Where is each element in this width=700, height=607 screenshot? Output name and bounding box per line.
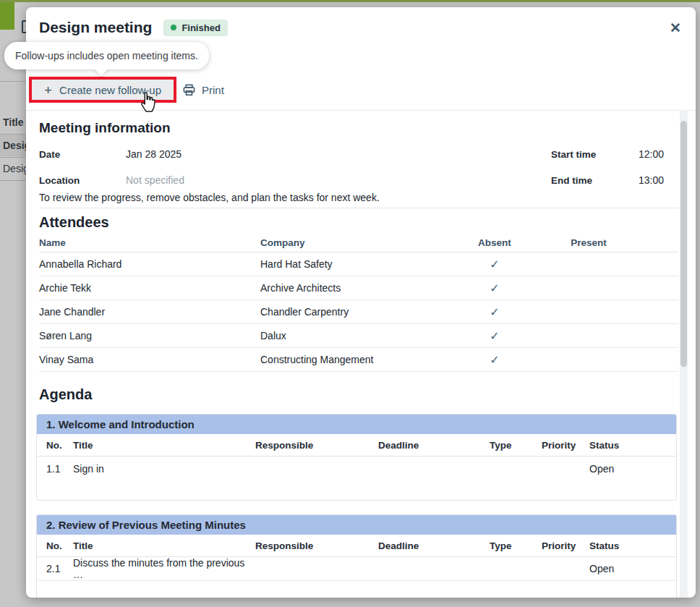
column-header-present: Present	[545, 237, 632, 252]
check-icon: ✓	[444, 305, 545, 319]
check-icon: ✓	[444, 329, 545, 343]
end-time-label: End time	[551, 175, 639, 186]
date-label: Date	[39, 149, 126, 160]
attendee-row: Jane Chandler Chandler Carpentry ✓	[39, 300, 678, 324]
attendee-name: Archie Tekk	[39, 282, 260, 294]
column-header-title: Title	[73, 440, 255, 451]
column-header-deadline: Deadline	[378, 440, 490, 451]
plus-icon: +	[44, 83, 52, 97]
divider	[39, 208, 678, 208]
attendee-name: Jane Chandler	[39, 306, 260, 318]
scrollbar[interactable]	[680, 110, 688, 598]
agenda-item-status: Open	[589, 463, 676, 475]
divider	[0, 81, 29, 82]
divider	[0, 134, 29, 135]
close-icon: ✕	[670, 20, 681, 35]
attendee-company: Archive Architects	[260, 282, 444, 294]
column-header-status: Status	[589, 540, 676, 551]
column-header-status: Status	[589, 440, 676, 451]
close-button[interactable]: ✕	[668, 20, 683, 36]
dialog-scroll-content: Meeting information Date Jan 28 2025 Sta…	[26, 111, 696, 598]
attendee-company: Hard Hat Safety	[260, 258, 444, 270]
location-value: Not specified	[126, 174, 551, 186]
attendee-row: Archie Tekk Archive Architects ✓	[39, 276, 678, 300]
app-logo	[0, 2, 14, 30]
agenda-section-card: 1. Welcome and Introduction No. Title Re…	[36, 414, 677, 501]
end-time-value: 13:00	[639, 174, 664, 186]
agenda-item-row: 1.1 Sign in Open	[37, 457, 676, 480]
dialog-title: Design meeting	[39, 19, 152, 36]
cursor-pointer-icon	[136, 87, 159, 116]
attendee-row: Vinay Sama Constructing Mangement ✓	[39, 348, 678, 372]
attendee-name: Annabella Richard	[39, 258, 260, 270]
agenda-heading: Agenda	[39, 385, 678, 404]
column-header-absent: Absent	[444, 237, 545, 252]
agenda-table-header: No. Title Responsible Deadline Type Prio…	[37, 434, 676, 457]
agenda-item-no: 2.1	[46, 563, 73, 574]
column-header-responsible: Responsible	[255, 440, 378, 451]
date-value: Jan 28 2025	[126, 148, 551, 160]
print-button-label: Print	[202, 84, 224, 96]
background-row-label: Desig	[3, 163, 29, 174]
meeting-description: To review the progress, remove obstacles…	[39, 192, 678, 206]
tooltip-text: Follow-ups includes open meeting items.	[15, 50, 198, 61]
attendees-table-header: Name Company Absent Present	[39, 237, 678, 252]
tooltip: Follow-ups includes open meeting items.	[4, 42, 209, 69]
check-icon: ✓	[444, 281, 545, 295]
column-header-no: No.	[46, 440, 73, 451]
meeting-information-heading: Meeting information	[39, 119, 678, 137]
scrollbar-thumb[interactable]	[680, 121, 687, 367]
column-header-deadline: Deadline	[378, 540, 490, 551]
agenda-section-title: 1. Welcome and Introduction	[37, 415, 676, 434]
agenda-item-title: Sign in	[73, 463, 255, 475]
column-header-type: Type	[490, 540, 542, 551]
start-time-value: 12:00	[639, 148, 664, 160]
column-header-priority: Priority	[542, 440, 589, 451]
attendee-name: Søren Lang	[39, 330, 260, 341]
agenda-section-card: 2. Review of Previous Meeting Minutes No…	[36, 514, 677, 598]
start-time-label: Start time	[551, 149, 639, 160]
attendees-heading: Attendees	[39, 213, 678, 232]
agenda-item-status: Open	[589, 563, 676, 574]
check-icon: ✓	[444, 258, 545, 271]
background-column-title: Title	[3, 116, 24, 128]
agenda-item-title: Discuss the minutes from the previous …	[73, 557, 255, 580]
column-header-title: Title	[73, 540, 255, 551]
check-icon: ✓	[444, 353, 545, 367]
top-bar	[0, 0, 700, 2]
status-dot-icon	[171, 25, 176, 30]
column-header-priority: Priority	[542, 540, 589, 551]
print-button[interactable]: Print	[182, 80, 224, 99]
attendee-company: Constructing Mangement	[260, 354, 444, 365]
column-header-no: No.	[46, 540, 73, 551]
printer-icon	[182, 83, 196, 97]
attendee-company: Dalux	[260, 330, 444, 341]
column-header-name: Name	[39, 237, 260, 252]
status-badge-label: Finished	[182, 22, 220, 33]
divider	[0, 180, 29, 181]
agenda-item-row: 2.1 Discuss the minutes from the previou…	[37, 557, 676, 581]
column-header-type: Type	[490, 440, 542, 451]
attendee-row: Søren Lang Dalux ✓	[39, 324, 678, 348]
agenda-section-title: 2. Review of Previous Meeting Minutes	[37, 515, 676, 535]
attendee-name: Vinay Sama	[39, 354, 260, 365]
attendee-row: Annabella Richard Hard Hat Safety ✓	[39, 252, 678, 276]
info-row: Date Jan 28 2025 Start time 12:00	[39, 145, 678, 163]
agenda-table-header: No. Title Responsible Deadline Type Prio…	[37, 535, 676, 557]
column-header-responsible: Responsible	[255, 540, 378, 551]
dialog-header: Design meeting Finished ✕	[39, 19, 683, 36]
attendee-company: Chandler Carpentry	[260, 306, 444, 318]
column-header-company: Company	[260, 237, 444, 252]
info-row: Location Not specified End time 13:00	[39, 171, 678, 189]
divider	[0, 157, 29, 158]
status-badge: Finished	[163, 20, 227, 36]
agenda-item-no: 1.1	[46, 463, 73, 475]
location-label: Location	[39, 175, 126, 186]
